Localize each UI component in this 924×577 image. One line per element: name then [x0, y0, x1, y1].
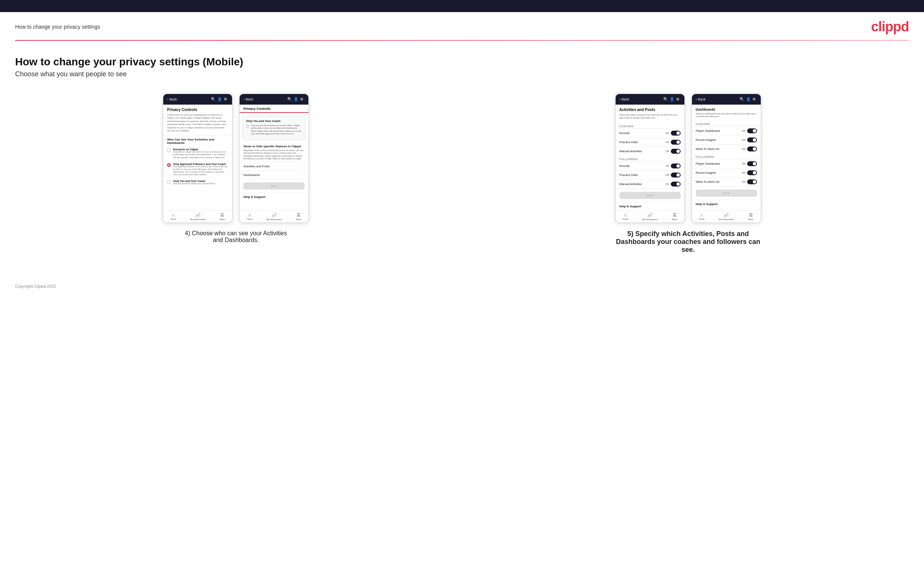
home-icon: ⌂: [172, 213, 174, 217]
what-to-work-followers-toggle[interactable]: ON: [742, 179, 757, 184]
header-icons-2: 🔍 👤 ⚙: [287, 97, 305, 102]
practice-followers-toggle[interactable]: ON: [666, 172, 681, 177]
nav-home-4[interactable]: ⌂ Home: [699, 213, 705, 221]
what-to-work-coaches-label: What To Work On: [696, 147, 720, 151]
nav-performance-2[interactable]: 📈 My Performance: [267, 213, 282, 221]
nav-menu-2[interactable]: ☰ Menu: [296, 213, 302, 221]
nav-home-2[interactable]: ⌂ Home: [247, 213, 252, 221]
performance-icon: 📈: [195, 213, 201, 218]
nav-menu-4[interactable]: ☰ Menu: [748, 213, 754, 221]
option-everyone[interactable]: Everyone on Clippd Everyone on Clippd ca…: [163, 146, 232, 161]
profile-icon-3[interactable]: 👤: [670, 97, 674, 102]
what-to-work-coaches-toggle[interactable]: ON: [742, 147, 757, 152]
phone-body-1: Privacy Controls Control how you and you…: [163, 105, 232, 210]
round-insights-coaches-toggle[interactable]: ON: [742, 137, 757, 142]
manual-coaches-toggle[interactable]: ON: [666, 149, 681, 154]
what-to-work-coaches-pill[interactable]: [747, 147, 757, 152]
nav-menu-1[interactable]: ☰ Menu: [220, 213, 225, 221]
player-dash-followers-toggle[interactable]: ON: [742, 161, 757, 166]
save-btn-area-2: Save: [240, 179, 309, 193]
settings-icon-4[interactable]: ⚙: [753, 97, 757, 102]
performance-icon-2: 📈: [272, 213, 277, 218]
round-insights-followers-pill[interactable]: [747, 170, 757, 175]
phone-nav-1: ⌂ Home 📈 My Performance ☰ Menu: [163, 210, 232, 222]
performance-icon-4: 📈: [724, 213, 729, 218]
home-icon-4: ⌂: [701, 213, 703, 217]
chevron-activities: ›: [304, 164, 305, 168]
player-dash-coaches-toggle[interactable]: ON: [742, 128, 757, 133]
nav-home-1[interactable]: ⌂ Home: [170, 213, 176, 221]
logo: clippd: [871, 19, 909, 35]
save-button-3[interactable]: Save: [619, 192, 681, 199]
save-button-2[interactable]: Save: [243, 182, 305, 190]
page-heading: How to change your privacy settings (Mob…: [15, 56, 909, 68]
back-button-1[interactable]: ‹ Back: [167, 97, 177, 101]
dashboards-label: Dashboards: [243, 173, 260, 177]
profile-icon-2[interactable]: 👤: [294, 97, 298, 102]
popup-box: Only You and Your Coach Only you and the…: [242, 116, 305, 140]
phone-nav-4: ⌂ Home 📈 My Performance ☰ Menu: [692, 210, 761, 222]
manual-followers-toggle[interactable]: ON: [666, 182, 681, 187]
dashboards-screen-title: Dashboards: [692, 105, 761, 113]
manual-followers-pill[interactable]: [671, 182, 681, 187]
nav-performance-3[interactable]: 📈 My Performance: [643, 213, 657, 221]
home-icon-3: ⌂: [624, 213, 627, 217]
manual-coaches-pill[interactable]: [671, 149, 681, 154]
popup-desc: Only you and the coaches you connect wit…: [251, 124, 302, 135]
search-icon-3[interactable]: 🔍: [663, 97, 668, 102]
nav-performance-1[interactable]: 📈 My Performance: [191, 213, 205, 221]
activities-posts-row[interactable]: Activities and Posts ›: [240, 162, 309, 170]
search-icon[interactable]: 🔍: [211, 97, 215, 102]
phone-body-3: Activities and Posts Select the types of…: [615, 105, 684, 210]
what-to-work-followers-pill[interactable]: [747, 179, 757, 184]
coaches-label-4: COACHES: [692, 121, 761, 126]
radio-everyone[interactable]: [167, 148, 171, 152]
rounds-followers-pill[interactable]: [671, 163, 681, 168]
back-button-2[interactable]: ‹ Back: [243, 97, 253, 101]
practice-followers-row: Practice Drills ON: [615, 170, 684, 179]
practice-coaches-toggle[interactable]: ON: [666, 140, 681, 145]
settings-icon-3[interactable]: ⚙: [676, 97, 681, 102]
help-label-2: Help & Support: [243, 195, 305, 198]
nav-menu-3[interactable]: ☰ Menu: [672, 213, 677, 221]
phone-screen-1: ‹ Back 🔍 👤 ⚙ Privacy Controls Control ho…: [163, 93, 233, 223]
profile-icon-4[interactable]: 👤: [746, 97, 751, 102]
option-approved-title: Only Approved Followers and Your Coach: [173, 163, 228, 165]
player-dash-followers-pill[interactable]: [747, 161, 757, 166]
player-dash-coaches-row: Player Dashboard ON: [692, 126, 761, 135]
round-insights-coaches-pill[interactable]: [747, 137, 757, 142]
pc-tab[interactable]: Privacy Controls: [243, 107, 305, 112]
back-button-3[interactable]: ‹ Back: [619, 97, 629, 101]
option-approved[interactable]: Only Approved Followers and Your Coach O…: [163, 161, 232, 178]
option-only-you[interactable]: Only You and Your Coach Only you and the…: [163, 178, 232, 187]
breadcrumb: How to change your privacy settings: [15, 24, 100, 30]
round-insights-followers-toggle[interactable]: ON: [742, 170, 757, 175]
phone-header-3: ‹ Back 🔍 👤 ⚙: [615, 94, 684, 105]
practice-coaches-pill[interactable]: [671, 140, 681, 145]
dashboards-row[interactable]: Dashboards ›: [240, 170, 309, 179]
practice-followers-pill[interactable]: [671, 172, 681, 177]
rounds-followers-toggle[interactable]: ON: [666, 163, 681, 168]
profile-icon[interactable]: 👤: [217, 97, 222, 102]
practice-coaches-label: Practice Drills: [619, 140, 638, 144]
radio-approved[interactable]: [167, 163, 171, 167]
save-button-4[interactable]: Save: [696, 190, 757, 197]
rounds-coaches-toggle[interactable]: ON: [666, 131, 681, 135]
manual-followers-row: Manual Activities ON: [615, 179, 684, 189]
rounds-coaches-label: Rounds: [619, 131, 630, 135]
settings-icon[interactable]: ⚙: [224, 97, 228, 102]
search-icon-4[interactable]: 🔍: [740, 97, 744, 102]
settings-icon-2[interactable]: ⚙: [300, 97, 305, 102]
nav-performance-4[interactable]: 📈 My Performance: [719, 213, 734, 221]
nav-home-3[interactable]: ⌂ Home: [623, 213, 628, 221]
caption-4: 4) Choose who can see your Activities an…: [183, 230, 289, 243]
search-icon-2[interactable]: 🔍: [287, 97, 292, 102]
top-bar: [0, 0, 924, 12]
activities-posts-screen-desc: Select the types of activity that you'd …: [615, 113, 684, 123]
menu-icon-2: ☰: [297, 213, 300, 218]
back-button-4[interactable]: ‹ Back: [696, 97, 706, 101]
rounds-coaches-pill[interactable]: [671, 131, 681, 135]
player-dash-coaches-pill[interactable]: [747, 128, 757, 133]
radio-only-you[interactable]: [167, 180, 171, 184]
popup-radio[interactable]: [246, 125, 249, 127]
